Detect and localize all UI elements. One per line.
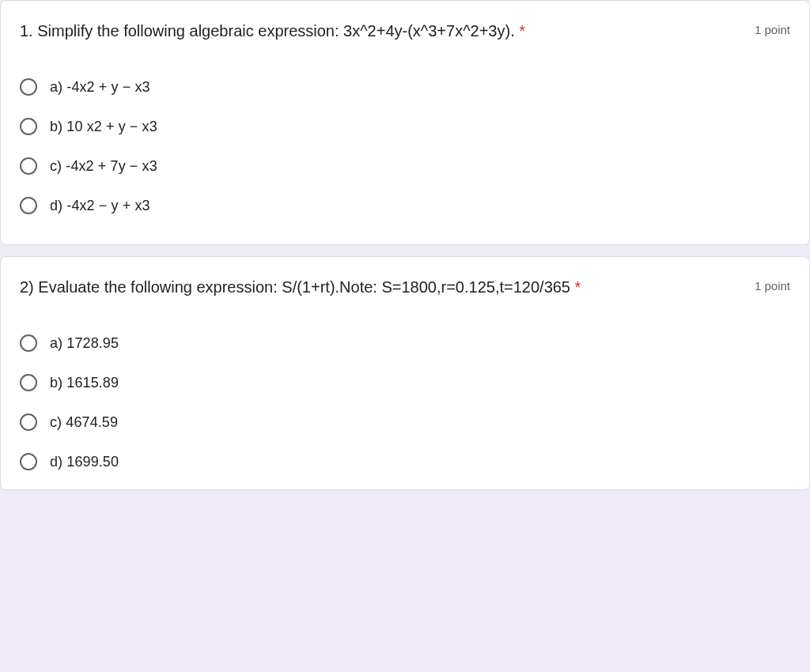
option-label: c) -4x2 + 7y − x3 — [50, 158, 157, 175]
radio-icon — [20, 453, 37, 470]
question-card-1: 1. Simplify the following algebraic expr… — [0, 0, 810, 245]
options-group: a) -4x2 + y − x3 b) 10 x2 + y − x3 c) -4… — [20, 67, 790, 225]
option-label: b) 10 x2 + y − x3 — [50, 119, 157, 135]
question-title: 2) Evaluate the following expression: S/… — [20, 276, 723, 298]
option-c[interactable]: c) -4x2 + 7y − x3 — [20, 146, 790, 186]
option-b[interactable]: b) 1615.89 — [20, 363, 790, 402]
option-a[interactable]: a) 1728.95 — [20, 323, 790, 363]
option-label: a) -4x2 + y − x3 — [50, 79, 150, 96]
option-label: c) 4674.59 — [50, 414, 118, 431]
option-label: a) 1728.95 — [50, 335, 119, 352]
option-d[interactable]: d) 1699.50 — [20, 442, 790, 481]
radio-icon — [20, 78, 37, 96]
radio-icon — [20, 374, 37, 391]
required-mark: * — [570, 278, 581, 296]
option-a[interactable]: a) -4x2 + y − x3 — [20, 67, 790, 107]
option-label: b) 1615.89 — [50, 375, 119, 391]
radio-icon — [20, 118, 37, 135]
option-label: d) 1699.50 — [50, 454, 119, 470]
question-header: 1. Simplify the following algebraic expr… — [20, 20, 790, 42]
required-mark: * — [515, 22, 525, 40]
option-d[interactable]: d) -4x2 − y + x3 — [20, 186, 790, 225]
radio-icon — [20, 334, 37, 352]
radio-icon — [20, 413, 37, 431]
option-c[interactable]: c) 4674.59 — [20, 402, 790, 442]
radio-icon — [20, 157, 37, 175]
question-text: 1. Simplify the following algebraic expr… — [20, 22, 515, 40]
question-points: 1 point — [755, 20, 790, 36]
question-title: 1. Simplify the following algebraic expr… — [20, 20, 723, 42]
question-card-2: 2) Evaluate the following expression: S/… — [0, 256, 810, 490]
radio-icon — [20, 197, 37, 214]
options-group: a) 1728.95 b) 1615.89 c) 4674.59 d) 1699… — [20, 323, 790, 481]
question-points: 1 point — [755, 276, 790, 293]
option-b[interactable]: b) 10 x2 + y − x3 — [20, 107, 790, 146]
question-text: 2) Evaluate the following expression: S/… — [20, 278, 570, 296]
option-label: d) -4x2 − y + x3 — [50, 198, 150, 214]
question-header: 2) Evaluate the following expression: S/… — [20, 276, 790, 298]
